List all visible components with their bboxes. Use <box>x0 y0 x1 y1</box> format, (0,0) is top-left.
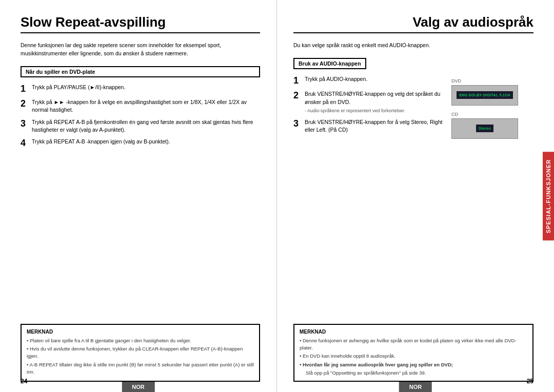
right-intro: Du kan velge språk raskt og enkelt med A… <box>293 42 533 50</box>
left-page-title: Slow Repeat-avspilling <box>21 14 260 33</box>
step-number-1: 1 <box>21 84 32 95</box>
step-number-2: 2 <box>21 98 32 114</box>
step-text-4: Trykk på REPEAT A-B -knappen igjen (valg… <box>32 138 260 149</box>
right-steps: 1 Trykk på AUDIO-knappen. 2 Bruk VENSTRE… <box>293 75 451 134</box>
left-steps: 1 Trykk på PLAY/PAUSE (►/II)-knappen. 2 … <box>21 84 260 153</box>
dvd-display-section: DVD ENG DOLBY DIGITAL 5.1CH <box>451 78 533 106</box>
right-note-item-1: Denne funksjonen er avhengig av hvilke s… <box>300 337 527 352</box>
step-text-3: Trykk på REPEAT A-B på fjernkontrollen é… <box>32 118 260 134</box>
right-content-area: Bruk av AUDIO-knappen 1 Trykk på AUDIO-k… <box>293 58 533 191</box>
left-note: MERKNAD Platen vil bare spille fra A til… <box>21 324 260 382</box>
left-step-4: 4 Trykk på REPEAT A-B -knappen igjen (va… <box>21 138 260 149</box>
right-step-2-subnote: Audio-språkene er representert ved forko… <box>305 108 451 114</box>
right-steps-area: Bruk av AUDIO-knappen 1 Trykk på AUDIO-k… <box>293 58 451 191</box>
left-page: Slow Repeat-avspilling Denne funksjonen … <box>0 0 277 392</box>
left-note-title: MERKNAD <box>27 329 254 335</box>
left-note-text: Platen vil bare spille fra A til B gjent… <box>27 337 254 376</box>
right-nor-badge: NOR <box>399 382 432 392</box>
step-text-1: Trykk på PLAY/PAUSE (►/II)-knappen. <box>32 84 260 95</box>
right-page: Valg av audiospråk Du kan velge språk ra… <box>277 0 554 392</box>
right-note: MERKNAD Denne funksjonen er avhengig av … <box>293 324 533 382</box>
right-note-bold: Hvordan får jeg samme audiospråk hver ga… <box>300 361 527 368</box>
left-step-1: 1 Trykk på PLAY/PAUSE (►/II)-knappen. <box>21 84 260 95</box>
right-note-text: Denne funksjonen er avhengig av hvilke s… <box>300 337 527 377</box>
left-note-item-1: Platen vil bare spille fra A til B gjent… <box>27 337 254 344</box>
right-note-sub: Slå opp på "Oppsetting av språkfunksjone… <box>306 369 527 377</box>
left-nor-badge: NOR <box>122 382 154 392</box>
step-text-2: Trykk på ►► -knappen for å velge en avsp… <box>32 98 260 114</box>
right-step-2: 2 Bruk VENSTRE/HØYRE-knappen og velg det… <box>293 90 451 114</box>
left-page-number: 24 <box>21 378 27 385</box>
right-step-text-2: Bruk VENSTRE/HØYRE-knappen og velg det s… <box>305 91 440 105</box>
left-note-item-2: Hvis du vil avslutte denne funksjonen, t… <box>27 345 254 360</box>
right-step-number-2: 2 <box>293 90 305 114</box>
side-tab-label: SPESIAL-FUNKSJONER <box>545 159 551 233</box>
right-step-1: 1 Trykk på AUDIO-knappen. <box>293 75 451 87</box>
left-step-3: 3 Trykk på REPEAT A-B på fjernkontrollen… <box>21 118 260 134</box>
right-page-number: 25 <box>527 378 533 385</box>
cd-display-box: Stereo <box>451 118 518 139</box>
step-number-3: 3 <box>21 118 32 134</box>
right-page-title: Valg av audiospråk <box>293 14 533 33</box>
dvd-display-box: ENG DOLBY DIGITAL 5.1CH <box>451 85 518 106</box>
right-note-item-2: En DVD kan inneholde opptil 8 audiospråk… <box>300 353 527 360</box>
dvd-label: DVD <box>451 78 533 84</box>
right-step-3: 3 Bruk VENSTRE/HØYRE-knappen for å velg … <box>293 118 451 134</box>
step-number-4: 4 <box>21 138 32 149</box>
right-step-text-3: Bruk VENSTRE/HØYRE-knappen for å velg St… <box>305 118 451 134</box>
left-step-2: 2 Trykk på ►► -knappen for å velge en av… <box>21 98 260 114</box>
right-step-text-1: Trykk på AUDIO-knappen. <box>305 75 451 87</box>
right-display-area: DVD ENG DOLBY DIGITAL 5.1CH CD Stereo <box>451 58 533 191</box>
left-intro: Denne funksjonen lar deg sakte repetere … <box>21 42 260 58</box>
cd-display-section: CD Stereo <box>451 112 533 139</box>
right-section-label: Bruk av AUDIO-knappen <box>293 58 366 69</box>
dvd-display-screen: ENG DOLBY DIGITAL 5.1CH <box>457 91 512 99</box>
cd-label: CD <box>451 112 533 117</box>
left-section-label: Når du spiller en DVD-plate <box>21 66 260 77</box>
right-step-number-1: 1 <box>293 75 305 87</box>
cd-display-screen: Stereo <box>476 125 493 132</box>
right-note-title: MERKNAD <box>300 329 527 335</box>
side-tab: SPESIAL-FUNKSJONER <box>543 152 554 240</box>
left-note-item-3: A-B REPEAT tillater deg ikke å stille in… <box>27 361 254 376</box>
right-step-number-3: 3 <box>293 118 305 134</box>
